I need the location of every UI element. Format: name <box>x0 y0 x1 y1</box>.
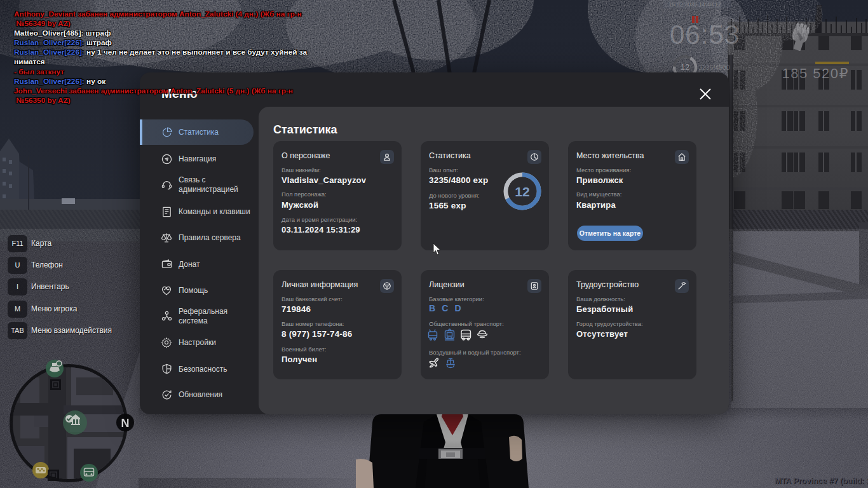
svg-text:12: 12 <box>515 184 529 199</box>
svg-text:N: N <box>121 417 130 430</box>
